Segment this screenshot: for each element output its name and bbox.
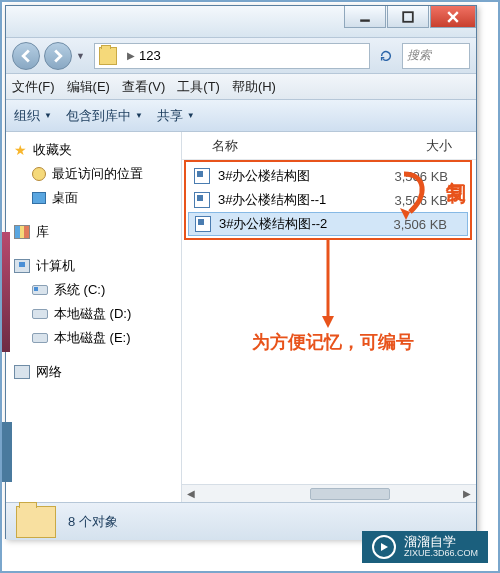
menu-bar: 文件(F) 编辑(E) 查看(V) 工具(T) 帮助(H) <box>6 74 476 100</box>
search-placeholder: 搜索 <box>407 47 431 64</box>
play-circle-icon <box>372 535 396 559</box>
nav-libraries[interactable]: 库 <box>10 220 177 244</box>
breadcrumb-segment: 123 <box>139 48 161 63</box>
drive-icon <box>32 309 48 319</box>
titlebar <box>6 6 476 38</box>
close-button[interactable] <box>430 6 476 28</box>
menu-tools[interactable]: 工具(T) <box>177 78 220 96</box>
annotation-down-arrow-icon <box>318 240 338 330</box>
status-object-count: 8 个对象 <box>68 513 118 531</box>
nav-favorites[interactable]: ★ 收藏夹 <box>10 138 177 162</box>
refresh-button[interactable] <box>374 43 398 69</box>
file-name: 3#办公楼结构图--2 <box>219 215 369 233</box>
drive-icon <box>32 285 48 295</box>
recent-icon <box>32 167 46 181</box>
network-icon <box>14 365 30 379</box>
forward-button[interactable] <box>44 42 72 70</box>
breadcrumb[interactable]: ▶ 123 <box>94 43 370 69</box>
column-headers: 名称 大小 <box>182 132 476 160</box>
body-area: ★ 收藏夹 最近访问的位置 桌面 库 <box>6 132 476 502</box>
scroll-left-button[interactable]: ◀ <box>182 488 200 499</box>
chevron-right-icon: ▶ <box>127 50 135 61</box>
watermark-brand: 溜溜自学 <box>404 535 478 549</box>
maximize-button[interactable] <box>387 6 429 28</box>
tb-share[interactable]: 共享▼ <box>157 107 195 125</box>
folder-large-icon <box>16 506 56 538</box>
scroll-thumb[interactable] <box>310 488 390 500</box>
drive-icon <box>32 333 48 343</box>
annotation-curve-arrow-icon <box>394 168 434 222</box>
nav-drive-d[interactable]: 本地磁盘 (D:) <box>10 302 177 326</box>
libraries-icon <box>14 225 30 239</box>
nav-recent[interactable]: 最近访问的位置 <box>10 162 177 186</box>
menu-help[interactable]: 帮助(H) <box>232 78 276 96</box>
search-input[interactable]: 搜索 <box>402 43 470 69</box>
star-icon: ★ <box>14 142 27 158</box>
outer-frame: ▼ ▶ 123 搜索 文件(F) 编辑(E) 查看(V) 工具(T) 帮助(H)… <box>0 0 500 573</box>
watermark-sub: ZIXUE.3D66.COM <box>404 549 478 559</box>
content-pane: 名称 大小 3#办公楼结构图 3,506 KB 3#办公楼结构图--1 3,50… <box>182 132 476 502</box>
back-button[interactable] <box>12 42 40 70</box>
annotation-tip-text: 为方便记忆，可编号 <box>196 330 470 354</box>
nav-history-dropdown[interactable]: ▼ <box>76 51 90 61</box>
horizontal-scrollbar[interactable]: ◀ ▶ <box>182 484 476 502</box>
chevron-down-icon: ▼ <box>187 111 195 120</box>
nav-desktop[interactable]: 桌面 <box>10 186 177 210</box>
col-name-header[interactable]: 名称 <box>212 137 372 155</box>
menu-view[interactable]: 查看(V) <box>122 78 165 96</box>
folder-icon <box>99 47 117 65</box>
desktop-icon <box>32 192 46 204</box>
svg-rect-1 <box>403 12 413 22</box>
file-name: 3#办公楼结构图--1 <box>218 191 368 209</box>
chevron-down-icon: ▼ <box>44 111 52 120</box>
computer-icon <box>14 259 30 273</box>
annotation-copy-label: 复制 <box>443 166 470 170</box>
nav-drive-c[interactable]: 系统 (C:) <box>10 278 177 302</box>
file-name: 3#办公楼结构图 <box>218 167 368 185</box>
chevron-down-icon: ▼ <box>135 111 143 120</box>
scroll-right-button[interactable]: ▶ <box>458 488 476 499</box>
tb-include-library[interactable]: 包含到库中▼ <box>66 107 143 125</box>
menu-file[interactable]: 文件(F) <box>12 78 55 96</box>
col-size-header[interactable]: 大小 <box>372 137 476 155</box>
command-bar: 组织▼ 包含到库中▼ 共享▼ <box>6 100 476 132</box>
word-file-icon <box>195 216 211 232</box>
nav-computer[interactable]: 计算机 <box>10 254 177 278</box>
menu-edit[interactable]: 编辑(E) <box>67 78 110 96</box>
tb-organize[interactable]: 组织▼ <box>14 107 52 125</box>
watermark: 溜溜自学 ZIXUE.3D66.COM <box>362 531 488 563</box>
word-file-icon <box>194 192 210 208</box>
nav-drive-e[interactable]: 本地磁盘 (E:) <box>10 326 177 350</box>
explorer-window: ▼ ▶ 123 搜索 文件(F) 编辑(E) 查看(V) 工具(T) 帮助(H)… <box>5 5 477 539</box>
navigation-pane: ★ 收藏夹 最近访问的位置 桌面 库 <box>6 132 182 502</box>
address-bar: ▼ ▶ 123 搜索 <box>6 38 476 74</box>
minimize-button[interactable] <box>344 6 386 28</box>
nav-network[interactable]: 网络 <box>10 360 177 384</box>
word-file-icon <box>194 168 210 184</box>
